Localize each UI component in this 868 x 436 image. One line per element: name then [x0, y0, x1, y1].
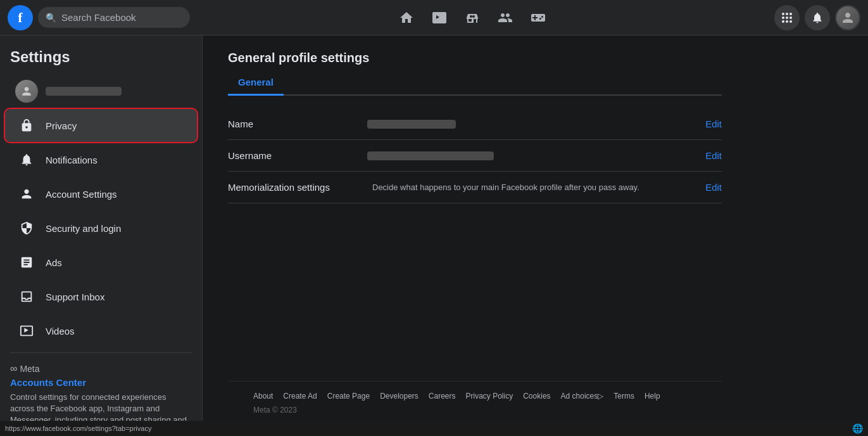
main-content: General profile settings General Name Ed…: [203, 35, 868, 436]
svg-point-2: [789, 13, 792, 15]
sidebar: Settings Privacy: [0, 35, 203, 436]
meta-infinity-icon: ∞: [10, 363, 17, 375]
sidebar-item-notifications[interactable]: Notifications: [5, 143, 197, 176]
sidebar-item-videos-label: Videos: [46, 326, 75, 337]
meta-logo: ∞ Meta: [10, 363, 192, 375]
name-blurred-value: [367, 120, 456, 129]
accounts-center-link[interactable]: Accounts Center: [10, 377, 192, 388]
footer-create-page[interactable]: Create Page: [327, 392, 370, 401]
search-bar[interactable]: 🔍 Search Facebook: [38, 7, 190, 28]
topnav-center: [210, 3, 734, 33]
footer-careers[interactable]: Careers: [429, 392, 456, 401]
sidebar-item-notifications-label: Notifications: [46, 155, 97, 165]
bell-icon: [15, 148, 38, 171]
sidebar-item-ads-label: Ads: [46, 257, 62, 268]
inbox-icon: [15, 285, 38, 308]
sidebar-item-videos[interactable]: Videos: [5, 314, 197, 347]
name-row: Name Edit: [228, 108, 722, 140]
footer-terms[interactable]: Terms: [613, 392, 634, 401]
sidebar-item-ads[interactable]: Ads: [5, 246, 197, 279]
topnav-left: f 🔍 Search Facebook: [8, 5, 210, 30]
name-value: [367, 120, 695, 129]
footer-help[interactable]: Help: [645, 392, 660, 401]
sidebar-item-security-login-label: Security and login: [46, 223, 121, 234]
username-value: [367, 151, 695, 160]
svg-point-6: [782, 20, 784, 23]
notifications-bell-button[interactable]: [805, 5, 830, 30]
svg-point-1: [786, 13, 788, 15]
page-title: General profile settings: [228, 51, 722, 65]
statusbar-url: https://www.facebook.com/settings?tab=pr…: [5, 425, 151, 432]
memorialization-description: Decide what happens to your main Faceboo…: [372, 183, 639, 192]
memorialization-row: Memorialization settings Decide what hap…: [228, 172, 722, 203]
footer-cookies[interactable]: Cookies: [523, 392, 550, 401]
footer-developers[interactable]: Developers: [380, 392, 418, 401]
globe-icon: 🌐: [852, 423, 863, 433]
name-label: Name: [228, 119, 367, 129]
sidebar-user-avatar: [15, 80, 38, 103]
svg-point-7: [786, 20, 788, 23]
username-blurred-value: [367, 151, 494, 160]
footer-spacer: About Create Ad Create Page Developers C…: [228, 381, 722, 425]
search-placeholder-text: Search Facebook: [61, 12, 136, 23]
footer-copyright: Meta © 2023: [253, 406, 696, 414]
footer-ad-choices[interactable]: Ad choices▷: [561, 392, 604, 401]
sidebar-item-privacy[interactable]: Privacy: [5, 109, 197, 142]
sidebar-item-privacy-label: Privacy: [46, 120, 77, 131]
home-nav-button[interactable]: [391, 3, 422, 33]
footer-privacy-policy[interactable]: Privacy Policy: [466, 392, 513, 401]
footer-about[interactable]: About: [253, 392, 273, 401]
sidebar-item-account-settings-label: Account Settings: [46, 189, 117, 200]
memorialization-value: Decide what happens to your main Faceboo…: [367, 183, 695, 192]
content-tabs: General: [228, 70, 722, 96]
username-label: Username: [228, 150, 367, 161]
username-row: Username Edit: [228, 140, 722, 172]
sidebar-title: Settings: [0, 43, 202, 74]
statusbar: https://www.facebook.com/settings?tab=pr…: [0, 421, 868, 436]
svg-point-5: [789, 16, 792, 19]
fb-logo-letter: f: [18, 10, 22, 26]
svg-point-8: [789, 20, 792, 23]
person-icon: [15, 183, 38, 205]
main-layout: Settings Privacy: [0, 35, 868, 436]
name-edit-button[interactable]: Edit: [695, 119, 722, 129]
facebook-logo[interactable]: f: [8, 5, 33, 30]
memorialization-edit-button[interactable]: Edit: [695, 182, 722, 193]
sidebar-user-name: [46, 87, 122, 96]
shield-icon: [15, 217, 38, 240]
footer-create-ad[interactable]: Create Ad: [283, 392, 317, 401]
watch-nav-button[interactable]: [424, 3, 455, 33]
topnav-right: [734, 5, 860, 30]
footer-links: About Create Ad Create Page Developers C…: [253, 392, 696, 401]
sidebar-item-support-inbox-label: Support Inbox: [46, 292, 104, 302]
svg-point-4: [786, 16, 788, 19]
friends-nav-button[interactable]: [490, 3, 520, 33]
sidebar-item-security-login[interactable]: Security and login: [5, 212, 197, 245]
topnav: f 🔍 Search Facebook: [0, 0, 868, 35]
svg-point-0: [782, 13, 784, 15]
sidebar-item-support-inbox[interactable]: Support Inbox: [5, 280, 197, 313]
sidebar-user-item[interactable]: [5, 75, 197, 108]
search-icon: 🔍: [46, 13, 56, 23]
meta-label: Meta: [20, 364, 39, 374]
sidebar-item-account-settings[interactable]: Account Settings: [5, 177, 197, 210]
content-inner: General profile settings General Name Ed…: [203, 35, 747, 436]
marketplace-nav-button[interactable]: [457, 3, 487, 33]
memorialization-label: Memorialization settings: [228, 182, 367, 193]
gaming-nav-button[interactable]: [523, 3, 553, 33]
ads-icon: [15, 251, 38, 274]
user-avatar-button[interactable]: [835, 5, 860, 30]
lock-icon: [15, 114, 38, 137]
avatar-placeholder: [836, 6, 859, 29]
sidebar-divider: [10, 352, 192, 353]
video-icon: [15, 319, 38, 342]
grid-menu-button[interactable]: [774, 5, 800, 30]
tab-general[interactable]: General: [228, 70, 284, 96]
username-edit-button[interactable]: Edit: [695, 150, 722, 161]
svg-point-3: [782, 16, 784, 19]
footer: About Create Ad Create Page Developers C…: [228, 381, 722, 425]
